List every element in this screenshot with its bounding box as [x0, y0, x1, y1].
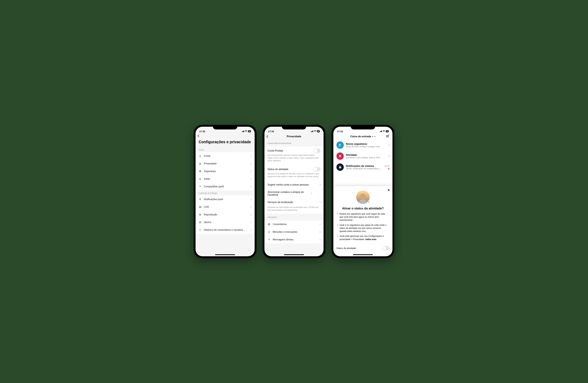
notch — [351, 125, 375, 130]
list-content: Notificações push LIVE Reprodução A Idio… — [195, 196, 255, 234]
status-time: 17:33 — [337, 130, 343, 133]
activity-icon — [336, 153, 344, 160]
svg-point-0 — [200, 155, 201, 156]
row-label: Notificações push — [204, 198, 248, 201]
toggle-switch[interactable] — [314, 167, 320, 171]
toggle-switch[interactable] — [382, 246, 389, 250]
home-indicator[interactable] — [353, 254, 373, 255]
inbox-row-followers[interactable]: Novos seguidores Dicas do Vinni começou … — [333, 139, 393, 151]
svg-rect-13 — [386, 135, 389, 137]
row-comments[interactable]: Comentários — [264, 221, 324, 228]
row-live[interactable]: LIVE — [195, 203, 255, 211]
row-dm[interactable]: Mensagens diretas — [264, 236, 324, 244]
avatar-wrap — [356, 190, 370, 204]
battery-icon: 48 — [386, 130, 389, 132]
row-label: Mensagens diretas — [273, 238, 317, 241]
back-button[interactable] — [198, 135, 200, 137]
learn-more-link[interactable]: Saiba mais — [365, 238, 377, 241]
toggle-private-account: Conta Privada Na conta privada, apenas u… — [264, 146, 324, 164]
close-button[interactable]: ✕ — [387, 188, 390, 192]
bell-icon — [199, 198, 202, 201]
toggle-label: Conta Privada — [268, 149, 283, 152]
wifi-icon — [245, 130, 247, 132]
chevron-down-icon — [374, 136, 376, 137]
home-indicator[interactable] — [284, 254, 304, 255]
inbox-row-system[interactable]: Notificações do sistema 01:22 TikTok: At… — [333, 162, 393, 173]
row-privacy[interactable]: Privacidade — [195, 160, 255, 167]
bullet: Você pode gerenciar isso nas Configuraçõ… — [337, 235, 388, 241]
svg-point-12 — [269, 231, 270, 232]
row-label: Histórico de comentários e visualiza... — [204, 228, 248, 231]
toggle-label: Status de atividade — [268, 168, 288, 171]
back-button[interactable] — [267, 135, 269, 138]
chevron-right-icon — [250, 198, 252, 200]
screen-privacy: 17:33 48 Privacidade Capacidade de desco… — [264, 127, 324, 256]
bullet-text: Você pode gerenciar isso nas Configuraçõ… — [339, 235, 384, 240]
svg-point-15 — [340, 144, 341, 145]
chevron-right-icon — [319, 223, 321, 225]
chevron-right-icon — [310, 193, 312, 195]
send-icon — [268, 238, 271, 241]
dimmed-background: 17:33 48 Caixa de entrada — [333, 127, 393, 173]
signal-icon — [311, 131, 313, 132]
page-title: Configurações e privacidade — [195, 138, 255, 147]
wallet-icon — [199, 177, 202, 180]
row-label: Idioma — [204, 221, 248, 224]
inbox-title-text: Caixa de entrada — [350, 135, 371, 138]
svg-text:A: A — [200, 222, 201, 223]
status-time: 17:33 — [199, 130, 205, 133]
at-icon — [268, 230, 271, 233]
inbox-row-sub: Dicas do Vinni começou a seguir você — [346, 145, 386, 148]
sheet-title: Ativar o status da atividade? — [336, 207, 389, 210]
svg-point-14 — [339, 144, 340, 145]
phone-settings: 17:33 48 Configurações e privacidade Con… — [194, 125, 256, 258]
row-balance[interactable]: Saldo — [195, 175, 255, 183]
phone-inbox: 17:33 48 Caixa de entrada — [332, 125, 394, 258]
row-label: Saldo — [204, 178, 248, 180]
status-dot-icon — [368, 201, 370, 203]
sheet-toggle-row: Status de atividade — [336, 243, 389, 250]
status-right: 48 — [380, 130, 389, 132]
svg-rect-1 — [199, 163, 201, 165]
row-playback[interactable]: Reprodução — [195, 211, 255, 219]
inbox-row-sub: TikTok: Atualização de configuração d... — [346, 167, 387, 170]
row-sync-contacts[interactable]: Sincronizar contatos e amigos do Faceboo… — [264, 188, 324, 199]
toggle-switch[interactable] — [314, 149, 320, 153]
inbox-row-activity[interactable]: Atividade que talvez você conheça, está … — [333, 151, 393, 162]
inbox-title[interactable]: Caixa de entrada — [350, 135, 376, 138]
row-location[interactable]: Serviços de localização — [264, 199, 324, 206]
row-security[interactable]: Segurança — [195, 167, 255, 175]
row-account[interactable]: Conta — [195, 152, 255, 160]
row-language[interactable]: A Idioma — [195, 219, 255, 226]
svg-point-11 — [269, 224, 270, 225]
signal-icon — [242, 131, 244, 132]
section-header-account: Conta — [195, 147, 255, 152]
shield-icon — [199, 170, 202, 173]
svg-point-10 — [269, 224, 269, 225]
unread-dot-icon — [388, 168, 389, 169]
row-mentions[interactable]: Menções e marcações — [264, 228, 324, 236]
wifi-icon — [314, 130, 316, 132]
row-history[interactable]: Histórico de comentários e visualiza... — [195, 226, 255, 234]
signal-icon — [380, 131, 382, 132]
row-push[interactable]: Notificações push — [195, 196, 255, 203]
comment-icon — [268, 223, 271, 226]
home-indicator[interactable] — [215, 254, 235, 255]
play-icon — [199, 213, 202, 216]
inbox-text: Notificações do sistema 01:22 TikTok: At… — [346, 165, 389, 170]
svg-point-9 — [268, 224, 269, 225]
bullet: Você e os seguidores que segue de volta … — [337, 224, 388, 233]
row-share-profile[interactable]: Compartilhar perfil — [195, 183, 255, 190]
inbox-text: Atividade que talvez você conheça, está … — [346, 154, 386, 159]
system-icon — [336, 163, 344, 171]
inbox-header: Caixa de entrada — [333, 134, 393, 139]
compose-button[interactable] — [386, 135, 389, 139]
status-time: 17:33 — [268, 130, 274, 133]
chevron-right-icon — [250, 178, 252, 180]
row-suggest-account[interactable]: Sugerir minha conta a outras pessoas — [264, 180, 324, 188]
notch — [282, 125, 306, 130]
nav-header — [195, 134, 255, 138]
chevron-right-icon — [319, 184, 321, 186]
list-account: Conta Privacidade Segurança Saldo Compar — [195, 152, 255, 190]
chevron-right-icon — [250, 186, 252, 188]
